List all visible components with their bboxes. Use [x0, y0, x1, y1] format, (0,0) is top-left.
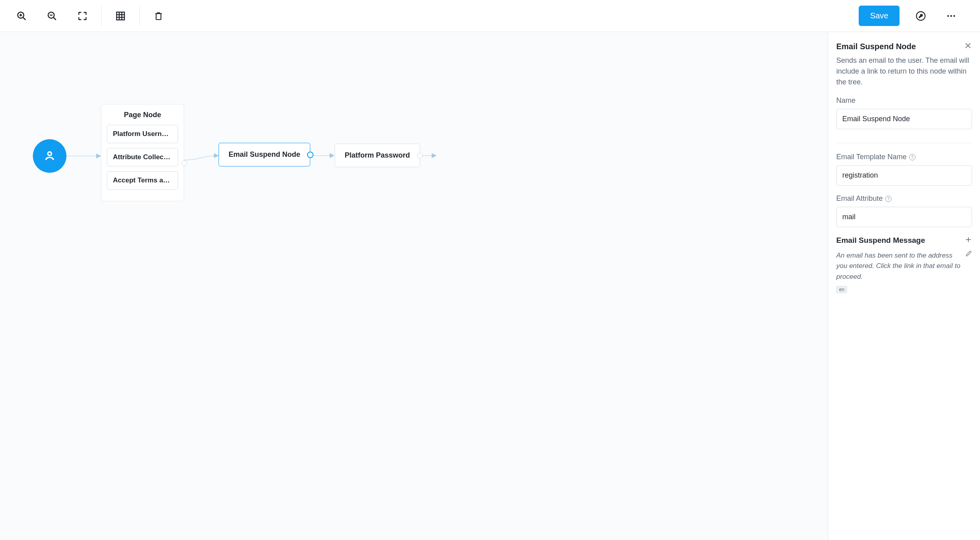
- output-port[interactable]: [181, 160, 187, 166]
- template-label: Email Template Name ?: [836, 153, 972, 161]
- zoom-out-button[interactable]: [40, 4, 64, 28]
- grid-button[interactable]: [109, 4, 132, 28]
- settings-button[interactable]: [909, 4, 932, 28]
- more-horizontal-icon: [946, 11, 956, 21]
- name-input[interactable]: [836, 109, 972, 129]
- svg-point-16: [48, 152, 51, 156]
- canvas[interactable]: Page Node Platform Userna… Attribute Col…: [0, 32, 828, 540]
- svg-point-13: [947, 15, 949, 16]
- message-row: An email has been sent to the address yo…: [836, 250, 972, 282]
- trash-icon: [154, 11, 163, 21]
- start-node[interactable]: [33, 139, 66, 173]
- wrench-circle-icon: [916, 11, 926, 21]
- grid-icon: [115, 11, 126, 21]
- page-node-item[interactable]: Platform Userna…: [107, 125, 178, 143]
- add-message-button[interactable]: [965, 236, 972, 245]
- attribute-label: Email Attribute ?: [836, 194, 972, 203]
- email-suspend-node[interactable]: Email Suspend Node: [219, 143, 310, 166]
- properties-panel: Email Suspend Node Sends an email to the…: [828, 32, 980, 540]
- attribute-input[interactable]: [836, 207, 972, 227]
- toolbar-divider: [139, 6, 140, 26]
- divider: [836, 143, 972, 143]
- toolbar-divider: [101, 6, 102, 26]
- name-label: Name: [836, 96, 972, 105]
- save-button[interactable]: Save: [859, 6, 900, 26]
- platform-password-node[interactable]: Platform Password: [335, 144, 420, 167]
- person-icon: [43, 149, 56, 163]
- node-label: Email Suspend Node: [229, 150, 300, 158]
- toolbar: Save: [0, 0, 980, 32]
- zoom-in-button[interactable]: [10, 4, 33, 28]
- message-text: An email has been sent to the address yo…: [836, 252, 960, 280]
- svg-line-1: [23, 17, 26, 20]
- delete-button[interactable]: [147, 4, 170, 28]
- edit-message-button[interactable]: [966, 250, 972, 258]
- message-section-header: Email Suspend Message: [836, 236, 972, 245]
- page-node-title: Page Node: [107, 111, 178, 119]
- svg-rect-7: [116, 12, 125, 20]
- panel-title: Email Suspend Node: [836, 42, 916, 51]
- panel-header: Email Suspend Node: [836, 42, 972, 51]
- template-input[interactable]: [836, 165, 972, 186]
- fullscreen-icon: [78, 11, 87, 21]
- language-tag: en: [836, 286, 847, 293]
- page-node[interactable]: Page Node Platform Userna… Attribute Col…: [101, 104, 184, 201]
- svg-line-5: [54, 17, 56, 20]
- zoom-out-icon: [47, 11, 57, 21]
- svg-point-14: [950, 15, 952, 16]
- panel-description: Sends an email to the user. The email wi…: [836, 55, 972, 88]
- fullscreen-button[interactable]: [71, 4, 94, 28]
- page-node-item[interactable]: Attribute Collect…: [107, 148, 178, 166]
- more-button[interactable]: [940, 4, 963, 28]
- plus-icon: [965, 236, 972, 243]
- pencil-icon: [966, 250, 972, 257]
- message-section-title: Email Suspend Message: [836, 236, 925, 245]
- close-button[interactable]: [964, 42, 972, 51]
- node-label: Platform Password: [345, 151, 410, 159]
- zoom-in-icon: [16, 11, 27, 21]
- help-icon[interactable]: ?: [885, 196, 892, 202]
- help-icon[interactable]: ?: [909, 154, 916, 160]
- close-icon: [964, 42, 972, 50]
- output-port[interactable]: [417, 153, 423, 158]
- page-node-item[interactable]: Accept Terms a…: [107, 171, 178, 190]
- svg-point-15: [953, 15, 955, 16]
- output-port[interactable]: [307, 152, 313, 158]
- main: Page Node Platform Userna… Attribute Col…: [0, 32, 980, 540]
